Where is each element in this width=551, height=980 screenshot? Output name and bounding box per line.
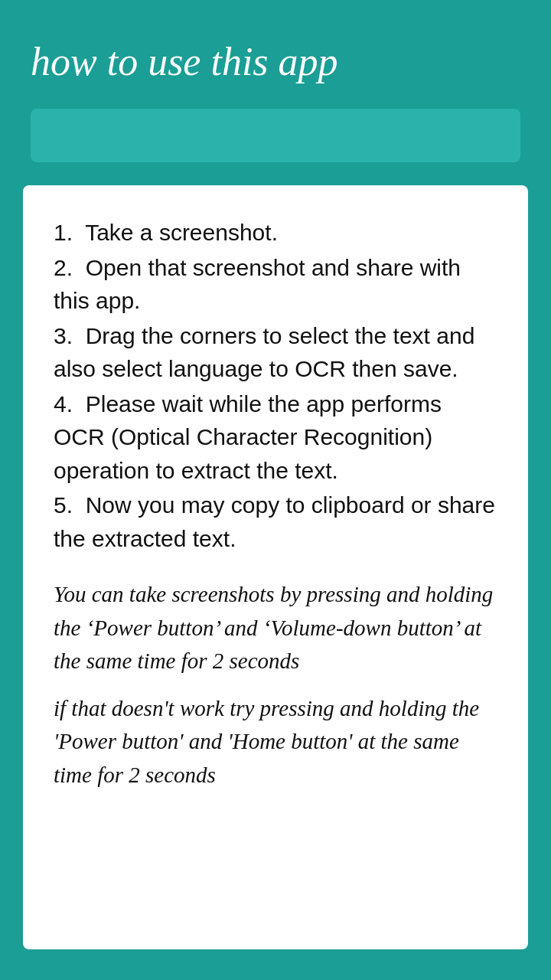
italic-note-line1: You can take screenshots by pressing and… [54,578,497,678]
step-4-number: 4. [54,391,86,416]
step-5: 5. Now you may copy to clipboard or shar… [54,488,497,555]
step-1-number: 1. [54,220,85,245]
step-3-number: 3. [54,323,86,348]
header-section: how to use this app [0,0,551,109]
step-4: 4. Please wait while the app performs OC… [54,387,497,488]
step-3-text: Drag the corners to select the text and … [54,323,474,382]
step-2: 2. Open that screenshot and share with t… [54,251,497,318]
steps-list: 1. Take a screenshot. 2. Open that scree… [54,216,497,555]
italic-note-line2: if that doesn't work try pressing and ho… [54,692,497,792]
step-4-text: Please wait while the app performs OCR (… [54,391,442,483]
page-title: how to use this app [31,38,520,86]
step-3: 3. Drag the corners to select the text a… [54,319,497,386]
content-card: 1. Take a screenshot. 2. Open that scree… [23,185,528,949]
step-1-text: Take a screenshot. [85,220,278,245]
step-2-number: 2. [54,255,86,280]
header-box-area [0,109,551,185]
step-1: 1. Take a screenshot. [54,216,497,250]
step-2-text: Open that screenshot and share with this… [54,255,461,314]
step-5-number: 5. [54,492,86,518]
step-5-text: Now you may copy to clipboard or share t… [54,492,495,551]
header-inner-box [31,109,520,162]
italic-note-section: You can take screenshots by pressing and… [54,578,497,792]
